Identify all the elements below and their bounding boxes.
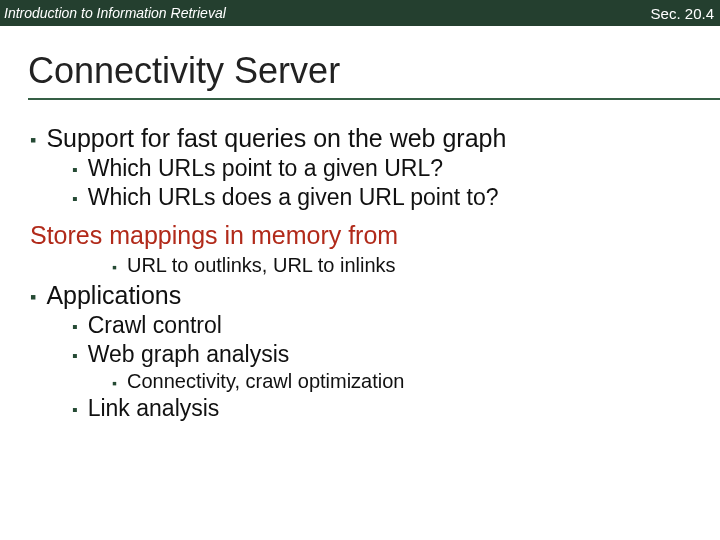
bullet-text: Which URLs point to a given URL? [88,155,443,182]
bullet-text: Connectivity, crawl optimization [127,370,405,393]
square-bullet-icon: ▪ [72,347,78,365]
bullet-text: Applications [46,281,181,310]
header-right: Sec. 20.4 [651,5,714,22]
header-left: Introduction to Information Retrieval [4,5,226,21]
square-bullet-icon: ▪ [72,401,78,419]
bullet-level2: ▪ Which URLs does a given URL point to? [72,184,720,211]
square-bullet-icon: ▪ [112,375,117,391]
square-bullet-icon: ▪ [72,318,78,336]
bullet-text: Crawl control [88,312,222,339]
bullet-level2: ▪ Which URLs point to a given URL? [72,155,720,182]
square-bullet-icon: ▪ [30,287,36,308]
slide-header: Introduction to Information Retrieval Se… [0,0,720,26]
square-bullet-icon: ▪ [112,259,117,275]
bullet-level3: ▪ URL to outlinks, URL to inlinks [112,254,720,277]
bullet-text: Web graph analysis [88,341,290,368]
bullet-level1: ▪ Support for fast queries on the web gr… [30,124,720,153]
bullet-text: Which URLs does a given URL point to? [88,184,499,211]
bullet-level2: ▪ Web graph analysis [72,341,720,368]
bullet-text: URL to outlinks, URL to inlinks [127,254,396,277]
plain-line: Stores mappings in memory from [30,221,720,250]
square-bullet-icon: ▪ [72,190,78,208]
bullet-level3: ▪ Connectivity, crawl optimization [112,370,720,393]
bullet-level2: ▪ Crawl control [72,312,720,339]
slide-content: ▪ Support for fast queries on the web gr… [0,100,720,422]
title-block: Connectivity Server [0,26,720,100]
bullet-level1: ▪ Applications [30,281,720,310]
bullet-text: Support for fast queries on the web grap… [46,124,506,153]
square-bullet-icon: ▪ [30,130,36,151]
bullet-level2: ▪ Link analysis [72,395,720,422]
slide-title: Connectivity Server [28,50,720,92]
square-bullet-icon: ▪ [72,161,78,179]
bullet-text: Link analysis [88,395,220,422]
